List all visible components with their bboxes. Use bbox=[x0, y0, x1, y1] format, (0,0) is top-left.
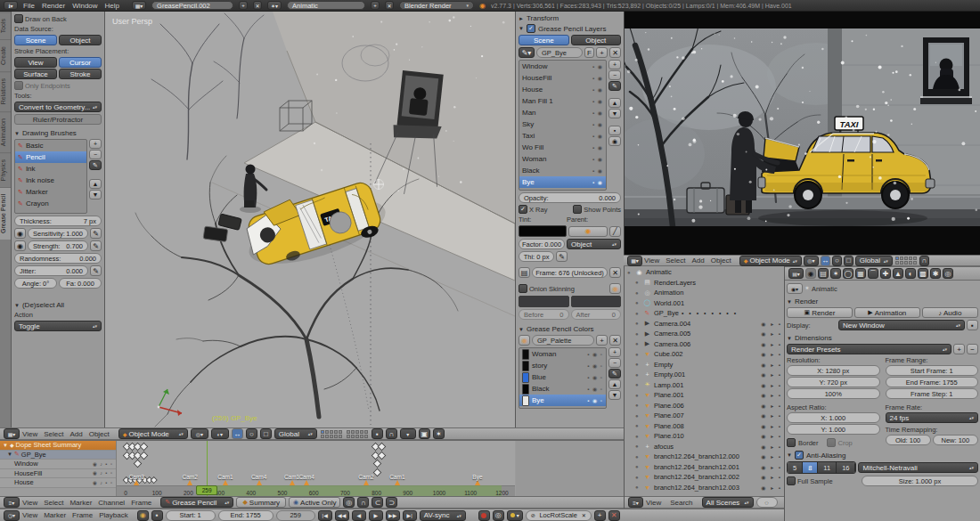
gp-colors-panel-header[interactable]: Grease Pencil Colors bbox=[527, 325, 594, 333]
previous-keyframe-button[interactable]: ◀◀ bbox=[335, 510, 349, 521]
expander-icon[interactable]: ● bbox=[635, 393, 641, 398]
gp-layer-add-button[interactable]: + bbox=[608, 60, 621, 69]
summary-toggle[interactable]: ◆Summary bbox=[236, 497, 286, 508]
jitter-slider[interactable]: Jitter:0.000 bbox=[14, 265, 88, 276]
gp-scope-scene-button[interactable]: Scene bbox=[519, 35, 569, 45]
auto-keying-mode-icon[interactable]: ◎ bbox=[493, 510, 504, 521]
gp-layer-item-bye[interactable]: Bye▪ ◉ bbox=[519, 176, 606, 188]
thickness-slider[interactable]: Thickness:7 px bbox=[14, 216, 102, 226]
channel-dope-sheet-summary[interactable]: ▼◆ Dope Sheet Summary bbox=[0, 441, 116, 451]
keyframe-diamond[interactable] bbox=[139, 451, 148, 460]
tab-world-icon[interactable]: ◯ bbox=[843, 268, 853, 279]
gp-layer-restriction-icons[interactable]: ▪ ◉ bbox=[592, 110, 603, 116]
display-select[interactable]: New Window▴▾ bbox=[838, 320, 965, 330]
thickness-random-icon[interactable]: ✎ bbox=[556, 251, 568, 262]
expander-icon[interactable]: ● bbox=[635, 290, 641, 296]
brush-item-basic[interactable]: ✎Basic bbox=[15, 140, 86, 151]
timeline-marker-cam2[interactable] bbox=[187, 480, 192, 485]
parent-type-select[interactable]: Object▴▾ bbox=[567, 239, 621, 249]
tab-modifiers-icon[interactable]: ✚ bbox=[880, 268, 891, 279]
expander-icon[interactable]: ● bbox=[635, 464, 641, 469]
menu-add[interactable]: Add bbox=[691, 256, 704, 265]
sensitivity-random-icon[interactable]: ✎ bbox=[90, 228, 102, 239]
jump-to-start-button[interactable]: |◀ bbox=[318, 510, 332, 521]
onion-skinning-checkbox[interactable] bbox=[519, 284, 527, 293]
restriction-icons[interactable]: ◉ ▸ ▪ bbox=[761, 474, 782, 480]
brush-item-ink-noise[interactable]: ✎Ink noise bbox=[15, 175, 86, 186]
layers-grid-2[interactable] bbox=[347, 430, 368, 438]
layers-grid[interactable] bbox=[895, 256, 917, 265]
menu-render[interactable]: Render bbox=[42, 2, 65, 10]
render-engine-select[interactable]: Blender Render▾ bbox=[399, 1, 474, 10]
play-reverse-button[interactable]: ◀ bbox=[352, 510, 366, 521]
menu-view[interactable]: View bbox=[644, 256, 659, 265]
timeline-marker-bye[interactable] bbox=[475, 480, 480, 485]
outliner-item-camera-004[interactable]: ●▶Camera.004◉ ▸ ▪ bbox=[625, 319, 785, 330]
resolution-percentage-slider[interactable]: 100% bbox=[787, 388, 880, 399]
remap-old-field[interactable]: Old: 100 bbox=[886, 435, 931, 445]
keyframe-diamond[interactable] bbox=[139, 442, 148, 451]
ghost-frames-icon[interactable]: ◎ bbox=[343, 497, 355, 508]
tab-constraints-icon[interactable]: ⌒ bbox=[868, 268, 878, 279]
gp-layer-edit-icon[interactable]: ✎ bbox=[608, 81, 621, 91]
manipulator-rotate-icon[interactable]: ○ bbox=[832, 256, 842, 266]
onion-after-slider[interactable]: After0 bbox=[571, 309, 622, 320]
brush-move-up-icon[interactable]: ▲ bbox=[89, 179, 102, 189]
insert-keyframe-icon[interactable]: + bbox=[594, 510, 606, 521]
full-sample-checkbox[interactable] bbox=[787, 476, 796, 485]
brush-item-ink[interactable]: ✎Ink bbox=[15, 163, 86, 175]
aa-checkbox[interactable]: ✓ bbox=[795, 451, 804, 460]
gp-color-restriction-icons[interactable]: ▪ ◉ ▫ bbox=[587, 386, 603, 392]
aa-filter-select[interactable]: Mitchell-Netravali▴▾ bbox=[858, 462, 978, 473]
gp-layer-item-window[interactable]: Window▪ ◉ bbox=[519, 61, 606, 72]
editor-type-dopesheet-icon[interactable]: ≡▾ bbox=[4, 497, 20, 508]
tint-factor-slider[interactable]: Factor: 0.000 bbox=[519, 239, 565, 249]
restriction-icons[interactable]: ◉ ▸ ▪ bbox=[761, 484, 782, 491]
randomness-slider[interactable]: Randomness:0.000 bbox=[14, 253, 102, 264]
gp-color-swatch[interactable] bbox=[522, 361, 529, 371]
current-frame-field[interactable]: 259 bbox=[276, 510, 315, 521]
expander-icon[interactable]: ● bbox=[635, 372, 641, 378]
brush-move-down-icon[interactable]: ▼ bbox=[89, 190, 102, 199]
show-points-checkbox[interactable] bbox=[573, 205, 582, 214]
render-opengl-icon[interactable]: ▣ bbox=[419, 428, 430, 439]
gp-color-move-up-icon[interactable]: ▲ bbox=[608, 379, 621, 389]
keyframe-diamond[interactable] bbox=[373, 468, 382, 476]
outliner-item-plane-006[interactable]: ●▼Plane.006◉ ▸ ▪ bbox=[625, 401, 785, 411]
pressure-sensitivity-icon[interactable]: ◉ bbox=[14, 228, 26, 239]
preset-add-button[interactable]: + bbox=[953, 344, 965, 354]
gp-layer-item-man[interactable]: Man▪ ◉ bbox=[519, 107, 606, 118]
brush-remove-button[interactable]: − bbox=[89, 150, 102, 159]
outliner-search-input[interactable]: ◌ bbox=[756, 497, 778, 508]
outliner-item-plane-010[interactable]: ●▼Plane.010◉ ▸ ▪ bbox=[625, 431, 785, 442]
border-checkbox[interactable] bbox=[787, 438, 796, 447]
outliner-filter-select[interactable]: All Scenes▴▾ bbox=[702, 497, 754, 508]
copy-keyframes-icon[interactable]: ⊂ bbox=[372, 497, 383, 508]
action-select[interactable]: Toggle▴▾ bbox=[14, 321, 102, 331]
palette-add-button[interactable]: + bbox=[596, 335, 608, 346]
render-panel-header[interactable]: Render bbox=[795, 297, 818, 305]
frame-step-field[interactable]: Frame Step: 1 bbox=[886, 388, 979, 399]
mode-select[interactable]: ◆Object Mode▴▾ bbox=[739, 256, 802, 266]
screen-name-field[interactable]: GreasePencil.002 bbox=[151, 1, 233, 10]
snap-target-icon[interactable]: ▾ bbox=[400, 428, 416, 439]
viewport-shading-icon[interactable]: ◐▾ bbox=[211, 428, 229, 439]
gp-layer-restriction-icons[interactable]: ▪ ◉ bbox=[592, 63, 603, 69]
tab-object-icon[interactable]: ▦ bbox=[855, 268, 866, 279]
gp-color-move-down-icon[interactable]: ▼ bbox=[608, 390, 621, 400]
keyframe-diamond[interactable] bbox=[134, 460, 143, 468]
tab-particles-icon[interactable]: ✱ bbox=[930, 268, 941, 279]
channel-house[interactable]: House◉ ♪ ▪ ▫ bbox=[0, 478, 116, 488]
restriction-icons[interactable]: ◉ ▸ ▪ bbox=[761, 330, 782, 337]
menu-select[interactable]: Select bbox=[666, 256, 685, 265]
gp-color-swatch[interactable] bbox=[522, 384, 529, 395]
jitter-random-icon[interactable]: ✎ bbox=[90, 265, 102, 276]
strength-random-icon[interactable]: ✎ bbox=[90, 240, 102, 251]
gp-layer-item-house[interactable]: House▪ ◉ bbox=[519, 84, 606, 95]
menu-object[interactable]: Object bbox=[89, 430, 110, 438]
gp-color-item-bye[interactable]: Bye▪ ◉ ▫ bbox=[519, 395, 606, 406]
opacity-slider[interactable]: Opacity:0.000 bbox=[519, 192, 621, 203]
expander-icon[interactable]: ● bbox=[627, 270, 633, 275]
start-frame-field[interactable]: Start Frame: 1 bbox=[886, 365, 979, 376]
gp-layers-checkbox[interactable]: ✓ bbox=[527, 24, 535, 33]
